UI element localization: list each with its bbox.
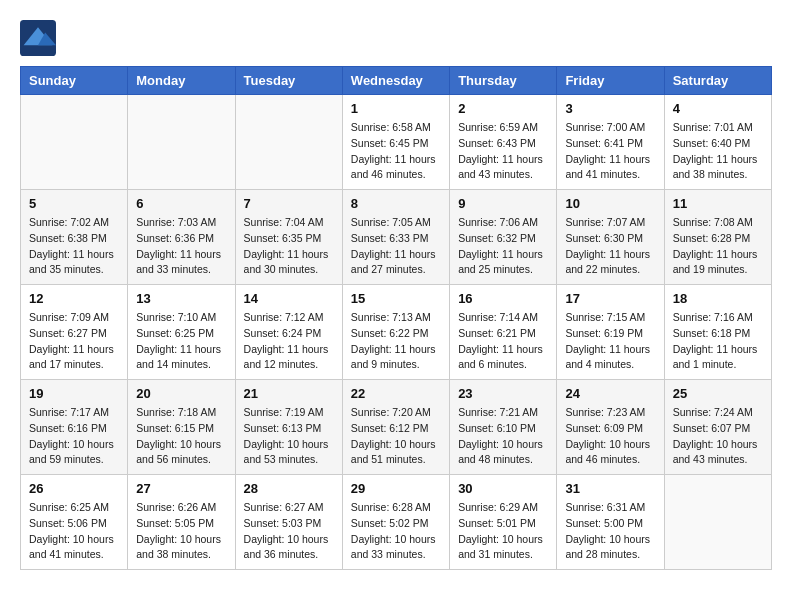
day-number: 8 [351,196,441,211]
day-info: Sunrise: 7:10 AM Sunset: 6:25 PM Dayligh… [136,310,226,373]
day-info: Sunrise: 7:07 AM Sunset: 6:30 PM Dayligh… [565,215,655,278]
day-info: Sunrise: 7:14 AM Sunset: 6:21 PM Dayligh… [458,310,548,373]
day-cell: 7Sunrise: 7:04 AM Sunset: 6:35 PM Daylig… [235,190,342,285]
weekday-header-sunday: Sunday [21,67,128,95]
day-number: 21 [244,386,334,401]
day-info: Sunrise: 7:19 AM Sunset: 6:13 PM Dayligh… [244,405,334,468]
day-info: Sunrise: 6:27 AM Sunset: 5:03 PM Dayligh… [244,500,334,563]
day-info: Sunrise: 6:25 AM Sunset: 5:06 PM Dayligh… [29,500,119,563]
day-info: Sunrise: 7:02 AM Sunset: 6:38 PM Dayligh… [29,215,119,278]
day-cell: 15Sunrise: 7:13 AM Sunset: 6:22 PM Dayli… [342,285,449,380]
day-info: Sunrise: 7:18 AM Sunset: 6:15 PM Dayligh… [136,405,226,468]
day-cell [21,95,128,190]
day-info: Sunrise: 7:03 AM Sunset: 6:36 PM Dayligh… [136,215,226,278]
day-info: Sunrise: 6:31 AM Sunset: 5:00 PM Dayligh… [565,500,655,563]
page-header [20,20,772,56]
day-number: 27 [136,481,226,496]
day-cell: 2Sunrise: 6:59 AM Sunset: 6:43 PM Daylig… [450,95,557,190]
day-cell [664,475,771,570]
day-cell: 29Sunrise: 6:28 AM Sunset: 5:02 PM Dayli… [342,475,449,570]
day-info: Sunrise: 6:59 AM Sunset: 6:43 PM Dayligh… [458,120,548,183]
weekday-header-row: SundayMondayTuesdayWednesdayThursdayFrid… [21,67,772,95]
calendar-body: 1Sunrise: 6:58 AM Sunset: 6:45 PM Daylig… [21,95,772,570]
day-number: 24 [565,386,655,401]
day-info: Sunrise: 7:09 AM Sunset: 6:27 PM Dayligh… [29,310,119,373]
day-cell: 25Sunrise: 7:24 AM Sunset: 6:07 PM Dayli… [664,380,771,475]
day-cell: 22Sunrise: 7:20 AM Sunset: 6:12 PM Dayli… [342,380,449,475]
day-number: 20 [136,386,226,401]
day-cell [235,95,342,190]
day-info: Sunrise: 7:23 AM Sunset: 6:09 PM Dayligh… [565,405,655,468]
day-cell: 10Sunrise: 7:07 AM Sunset: 6:30 PM Dayli… [557,190,664,285]
day-cell: 4Sunrise: 7:01 AM Sunset: 6:40 PM Daylig… [664,95,771,190]
day-info: Sunrise: 7:00 AM Sunset: 6:41 PM Dayligh… [565,120,655,183]
day-cell [128,95,235,190]
week-row-4: 19Sunrise: 7:17 AM Sunset: 6:16 PM Dayli… [21,380,772,475]
weekday-header-wednesday: Wednesday [342,67,449,95]
day-cell: 12Sunrise: 7:09 AM Sunset: 6:27 PM Dayli… [21,285,128,380]
day-number: 29 [351,481,441,496]
day-cell: 5Sunrise: 7:02 AM Sunset: 6:38 PM Daylig… [21,190,128,285]
day-info: Sunrise: 7:15 AM Sunset: 6:19 PM Dayligh… [565,310,655,373]
day-number: 6 [136,196,226,211]
day-number: 4 [673,101,763,116]
day-info: Sunrise: 6:58 AM Sunset: 6:45 PM Dayligh… [351,120,441,183]
day-cell: 31Sunrise: 6:31 AM Sunset: 5:00 PM Dayli… [557,475,664,570]
day-cell: 24Sunrise: 7:23 AM Sunset: 6:09 PM Dayli… [557,380,664,475]
week-row-5: 26Sunrise: 6:25 AM Sunset: 5:06 PM Dayli… [21,475,772,570]
day-number: 15 [351,291,441,306]
day-cell: 23Sunrise: 7:21 AM Sunset: 6:10 PM Dayli… [450,380,557,475]
day-number: 18 [673,291,763,306]
weekday-header-friday: Friday [557,67,664,95]
day-cell: 9Sunrise: 7:06 AM Sunset: 6:32 PM Daylig… [450,190,557,285]
day-number: 14 [244,291,334,306]
day-info: Sunrise: 7:06 AM Sunset: 6:32 PM Dayligh… [458,215,548,278]
day-cell: 8Sunrise: 7:05 AM Sunset: 6:33 PM Daylig… [342,190,449,285]
day-cell: 1Sunrise: 6:58 AM Sunset: 6:45 PM Daylig… [342,95,449,190]
day-number: 25 [673,386,763,401]
day-cell: 3Sunrise: 7:00 AM Sunset: 6:41 PM Daylig… [557,95,664,190]
day-number: 17 [565,291,655,306]
day-info: Sunrise: 7:12 AM Sunset: 6:24 PM Dayligh… [244,310,334,373]
day-number: 3 [565,101,655,116]
day-number: 28 [244,481,334,496]
day-number: 12 [29,291,119,306]
calendar: SundayMondayTuesdayWednesdayThursdayFrid… [20,66,772,570]
day-number: 13 [136,291,226,306]
day-number: 22 [351,386,441,401]
day-info: Sunrise: 7:16 AM Sunset: 6:18 PM Dayligh… [673,310,763,373]
day-number: 19 [29,386,119,401]
calendar-header: SundayMondayTuesdayWednesdayThursdayFrid… [21,67,772,95]
week-row-1: 1Sunrise: 6:58 AM Sunset: 6:45 PM Daylig… [21,95,772,190]
day-number: 23 [458,386,548,401]
day-info: Sunrise: 7:21 AM Sunset: 6:10 PM Dayligh… [458,405,548,468]
day-info: Sunrise: 6:29 AM Sunset: 5:01 PM Dayligh… [458,500,548,563]
day-number: 26 [29,481,119,496]
day-cell: 26Sunrise: 6:25 AM Sunset: 5:06 PM Dayli… [21,475,128,570]
day-cell: 13Sunrise: 7:10 AM Sunset: 6:25 PM Dayli… [128,285,235,380]
day-info: Sunrise: 7:01 AM Sunset: 6:40 PM Dayligh… [673,120,763,183]
day-cell: 21Sunrise: 7:19 AM Sunset: 6:13 PM Dayli… [235,380,342,475]
day-info: Sunrise: 7:08 AM Sunset: 6:28 PM Dayligh… [673,215,763,278]
weekday-header-thursday: Thursday [450,67,557,95]
day-cell: 19Sunrise: 7:17 AM Sunset: 6:16 PM Dayli… [21,380,128,475]
day-info: Sunrise: 7:20 AM Sunset: 6:12 PM Dayligh… [351,405,441,468]
day-number: 1 [351,101,441,116]
day-number: 11 [673,196,763,211]
day-info: Sunrise: 7:13 AM Sunset: 6:22 PM Dayligh… [351,310,441,373]
weekday-header-tuesday: Tuesday [235,67,342,95]
day-cell: 11Sunrise: 7:08 AM Sunset: 6:28 PM Dayli… [664,190,771,285]
weekday-header-saturday: Saturday [664,67,771,95]
day-cell: 17Sunrise: 7:15 AM Sunset: 6:19 PM Dayli… [557,285,664,380]
day-info: Sunrise: 6:26 AM Sunset: 5:05 PM Dayligh… [136,500,226,563]
day-cell: 27Sunrise: 6:26 AM Sunset: 5:05 PM Dayli… [128,475,235,570]
day-number: 30 [458,481,548,496]
day-number: 5 [29,196,119,211]
day-number: 10 [565,196,655,211]
day-info: Sunrise: 7:24 AM Sunset: 6:07 PM Dayligh… [673,405,763,468]
day-info: Sunrise: 7:04 AM Sunset: 6:35 PM Dayligh… [244,215,334,278]
day-info: Sunrise: 7:05 AM Sunset: 6:33 PM Dayligh… [351,215,441,278]
logo-icon [20,20,56,56]
day-number: 7 [244,196,334,211]
day-number: 9 [458,196,548,211]
